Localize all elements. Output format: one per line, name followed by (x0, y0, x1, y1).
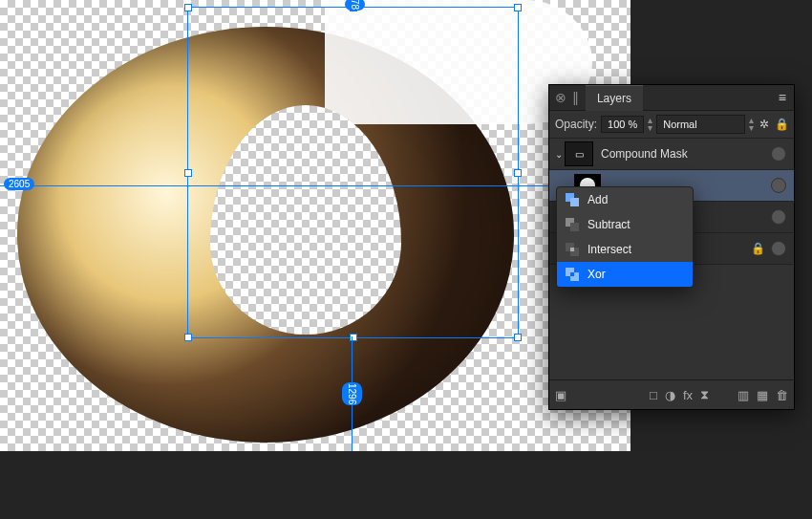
lock-icon[interactable]: 🔒 (775, 118, 788, 131)
svg-rect-6 (570, 248, 574, 251)
mask-rect-icon[interactable]: □ (650, 388, 657, 402)
subtract-mode-icon (565, 217, 580, 232)
lock-layers-icon[interactable]: ▦ (757, 388, 768, 402)
layer-thumbnail-compound: ▭ (565, 141, 593, 166)
context-item-subtract[interactable]: Subtract (557, 212, 693, 237)
opacity-value-input[interactable]: 100 % (601, 116, 644, 133)
layer-options-row: Opacity: 100 % ▴▾ Normal ▴▾ ✲ 🔒 (549, 111, 794, 139)
selection-handle-se[interactable] (514, 334, 522, 341)
document-canvas[interactable]: 2605 78 1296 (0, 0, 630, 451)
layer-visibility-toggle[interactable] (771, 241, 786, 256)
svg-rect-9 (570, 272, 574, 276)
fx-icon[interactable]: fx (683, 388, 693, 402)
context-label-xor: Xor (588, 268, 606, 281)
context-item-xor[interactable]: Xor (557, 262, 693, 287)
svg-rect-3 (570, 223, 579, 231)
folder-icon[interactable]: ▥ (737, 388, 749, 402)
panel-header: ⊗ ‖ Layers ≡ (549, 85, 794, 111)
layer-visibility-toggle[interactable] (771, 209, 786, 225)
layer-visibility-toggle[interactable] (771, 146, 786, 162)
disclosure-arrow-icon[interactable]: ⌄ (553, 149, 565, 160)
context-label-intersect: Intersect (588, 243, 631, 256)
layer-row-compound-mask[interactable]: ⌄ ▭ Compound Mask (549, 139, 794, 170)
selection-height-readout: 1296 (342, 382, 362, 405)
intersect-mode-icon (565, 242, 580, 257)
panel-footer: ▣ □ ◑ fx ⧗ ▥ ▦ 🗑 (549, 379, 794, 409)
selection-width-readout: 2605 (4, 178, 34, 190)
layers-stack-icon[interactable]: ▣ (555, 388, 566, 402)
close-panel-icon[interactable]: ⊗ ‖ (549, 90, 586, 105)
selection-handle-e[interactable] (514, 169, 522, 177)
selection-top-readout: 78 (345, 0, 365, 11)
xor-mode-icon (565, 267, 580, 282)
opacity-label: Opacity: (555, 118, 597, 131)
opacity-stepper[interactable]: ▴▾ (648, 117, 652, 132)
layers-tab[interactable]: Layers (586, 85, 643, 111)
add-mode-icon (565, 192, 580, 207)
svg-rect-1 (570, 198, 579, 206)
context-item-add[interactable]: Add (557, 187, 693, 212)
delete-layer-icon[interactable]: 🗑 (776, 388, 788, 402)
layer-visibility-toggle[interactable] (771, 178, 786, 193)
measure-guide-horizontal (0, 185, 630, 186)
blend-mode-stepper[interactable]: ▴▾ (749, 117, 754, 132)
blend-mode-select[interactable]: Normal (656, 115, 745, 134)
app-workspace: 2605 78 1296 ⊗ ‖ Layers ≡ Opacity: 100 % (0, 0, 812, 519)
context-item-intersect[interactable]: Intersect (557, 237, 693, 262)
selection-handle-nw[interactable] (184, 4, 192, 11)
layer-name-compound[interactable]: Compound Mask (593, 147, 771, 161)
gear-icon[interactable]: ✲ (758, 118, 771, 131)
mask-circle-icon[interactable]: ◑ (665, 388, 675, 402)
panel-menu-icon[interactable]: ≡ (771, 90, 794, 105)
context-label-subtract: Subtract (588, 218, 630, 231)
lock-icon[interactable]: 🔒 (751, 242, 765, 255)
mask-mode-context-menu: Add Subtract Intersect Xor (556, 186, 694, 288)
hourglass-icon[interactable]: ⧗ (700, 387, 709, 402)
context-label-add: Add (588, 193, 608, 206)
